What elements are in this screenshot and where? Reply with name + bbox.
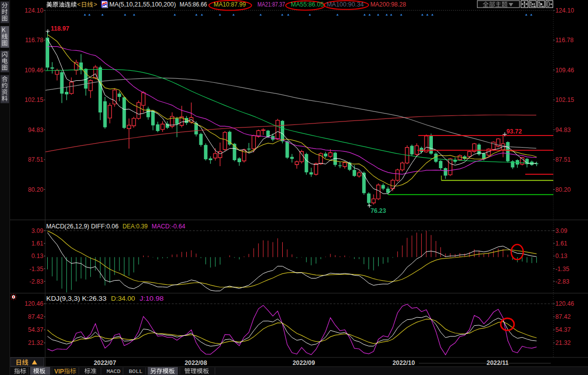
svg-text:2022/09: 2022/09 bbox=[293, 359, 315, 366]
svg-text:21.32: 21.32 bbox=[28, 339, 44, 346]
svg-text:87.42: 87.42 bbox=[555, 313, 571, 320]
svg-text:0.13: 0.13 bbox=[32, 253, 44, 260]
svg-text:94.83: 94.83 bbox=[28, 127, 44, 134]
svg-text:MA21:87.37: MA21:87.37 bbox=[258, 1, 285, 8]
svg-text:-2.83: -2.83 bbox=[555, 278, 569, 285]
svg-text:MA55:86.05: MA55:86.05 bbox=[291, 1, 324, 8]
svg-text:3.09: 3.09 bbox=[555, 227, 567, 234]
svg-text:>: > bbox=[93, 1, 97, 8]
svg-text:116.78: 116.78 bbox=[555, 37, 574, 44]
svg-text:94.83: 94.83 bbox=[555, 127, 571, 134]
svg-text:118.97: 118.97 bbox=[51, 25, 69, 32]
svg-text:120.46: 120.46 bbox=[25, 300, 43, 307]
svg-text:87.51: 87.51 bbox=[28, 156, 44, 163]
svg-text:87.42: 87.42 bbox=[28, 313, 44, 320]
svg-text:2022/08: 2022/08 bbox=[185, 359, 207, 366]
svg-text:120.46: 120.46 bbox=[555, 300, 574, 307]
svg-text:DEA:0.39: DEA:0.39 bbox=[123, 223, 148, 230]
svg-text:54.37: 54.37 bbox=[28, 326, 44, 333]
svg-text:2022/10: 2022/10 bbox=[393, 359, 415, 366]
svg-text:-2.83: -2.83 bbox=[30, 278, 44, 285]
svg-text:MACD: MACD bbox=[106, 368, 121, 374]
svg-text:124.10: 124.10 bbox=[25, 7, 43, 14]
svg-text:54.37: 54.37 bbox=[555, 326, 571, 333]
svg-text:21.32: 21.32 bbox=[555, 339, 571, 346]
svg-text:MA100:90.34: MA100:90.34 bbox=[327, 1, 364, 8]
svg-text:<: < bbox=[77, 1, 81, 8]
svg-text:80.20: 80.20 bbox=[28, 186, 44, 193]
svg-text:80.20: 80.20 bbox=[555, 186, 571, 193]
svg-text:MA5:86.66: MA5:86.66 bbox=[180, 1, 207, 8]
svg-text:109.46: 109.46 bbox=[555, 67, 574, 74]
svg-text:KDJ(9,3,3) K:26.33: KDJ(9,3,3) K:26.33 bbox=[46, 295, 106, 302]
svg-text:J:10.98: J:10.98 bbox=[140, 295, 164, 302]
svg-text:BOLL: BOLL bbox=[129, 368, 143, 374]
svg-text:102.15: 102.15 bbox=[555, 96, 574, 103]
svg-text:1.61: 1.61 bbox=[555, 240, 567, 247]
svg-text:MA10:87.99: MA10:87.99 bbox=[214, 1, 246, 8]
svg-text:MA(5,10,21,55,100,200): MA(5,10,21,55,100,200) bbox=[109, 1, 176, 8]
svg-text:116.78: 116.78 bbox=[25, 37, 44, 44]
svg-text:-1.35: -1.35 bbox=[555, 266, 569, 273]
svg-text:2022/07: 2022/07 bbox=[94, 359, 116, 366]
svg-text:3.09: 3.09 bbox=[32, 227, 44, 234]
svg-text:MACD:-0.64: MACD:-0.64 bbox=[152, 223, 185, 230]
svg-text:109.46: 109.46 bbox=[25, 67, 43, 74]
svg-text:0.13: 0.13 bbox=[555, 253, 567, 260]
svg-text:102.15: 102.15 bbox=[25, 96, 43, 103]
svg-text:87.51: 87.51 bbox=[555, 156, 571, 163]
svg-text:MA200:98.28: MA200:98.28 bbox=[370, 1, 406, 8]
svg-text:124.10: 124.10 bbox=[555, 7, 574, 14]
svg-text:1.61: 1.61 bbox=[32, 240, 44, 247]
svg-text:D:34.00: D:34.00 bbox=[111, 295, 135, 302]
svg-text:93.72: 93.72 bbox=[507, 128, 522, 135]
svg-text:76.23: 76.23 bbox=[371, 207, 386, 214]
svg-text:MACD(26,12,9) DIFF:0.06: MACD(26,12,9) DIFF:0.06 bbox=[46, 223, 119, 230]
svg-text:2022/11: 2022/11 bbox=[487, 359, 509, 366]
svg-text:-1.35: -1.35 bbox=[30, 266, 44, 273]
svg-text:VIP: VIP bbox=[54, 368, 64, 375]
